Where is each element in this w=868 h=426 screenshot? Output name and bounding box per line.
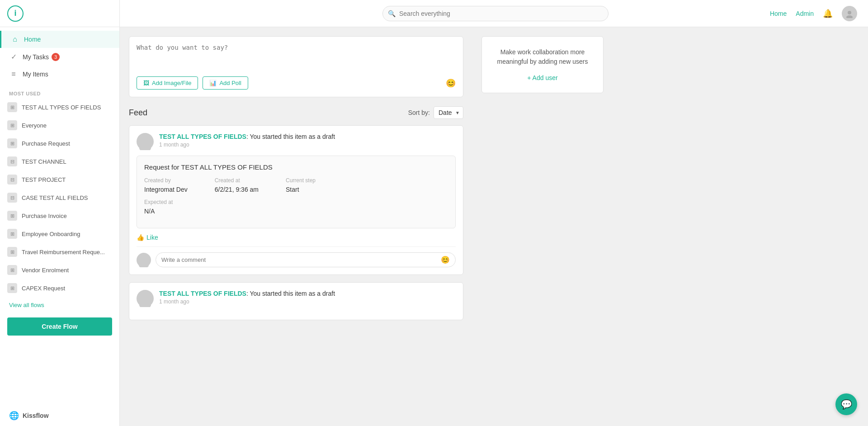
user-avatar[interactable] xyxy=(842,6,857,21)
app-logo[interactable]: i xyxy=(7,5,24,22)
admin-link[interactable]: Admin xyxy=(796,10,814,17)
feed-card-2-avatar xyxy=(137,290,154,307)
feed-card-2-time: 1 month ago xyxy=(159,298,456,305)
comment-input-1[interactable] xyxy=(161,256,441,263)
flow-item-case-test-all-fields[interactable]: ⊟ CASE TEST ALL FIELDS xyxy=(0,189,119,207)
notification-bell-icon[interactable]: 🔔 xyxy=(823,9,833,19)
sidebar: i ⌂ Home ✓ My Tasks 3 ≡ My Items MOST US… xyxy=(0,0,120,426)
feed-card-2-flow-link[interactable]: TEST ALL TYPES OF FIELDS xyxy=(159,290,246,297)
request-card-1-meta-2: Expected at N/A xyxy=(144,199,448,215)
feed-card-2-text: TEST ALL TYPES OF FIELDS: You started th… xyxy=(159,290,456,297)
current-step-label: Current step xyxy=(286,177,316,184)
view-all-flows-link[interactable]: View all flows xyxy=(0,297,119,313)
flows-list: ⊞ TEST ALL TYPES OF FIELDS ⊞ Everyone ⊞ … xyxy=(0,98,119,297)
flow-item-purchase-invoice[interactable]: ⊞ Purchase Invoice xyxy=(0,207,119,225)
flow-item-capex-request[interactable]: ⊞ CAPEX Request xyxy=(0,279,119,297)
post-buttons: 🖼 Add Image/File 📊 Add Poll xyxy=(137,76,248,90)
flow-item-vendor-enrolment[interactable]: ⊞ Vendor Enrolment xyxy=(0,261,119,279)
expected-at-value: N/A xyxy=(144,208,155,215)
kissflow-logo: 🌐 Kissflow xyxy=(0,405,119,426)
home-icon: ⌂ xyxy=(10,35,19,43)
sidebar-item-home[interactable]: ⌂ Home xyxy=(0,31,119,48)
add-image-button[interactable]: 🖼 Add Image/File xyxy=(137,76,198,90)
tasks-icon: ✓ xyxy=(9,52,18,61)
post-box: 🖼 Add Image/File 📊 Add Poll 😊 xyxy=(129,36,463,97)
svg-point-7 xyxy=(139,302,151,307)
add-poll-label: Add Poll xyxy=(219,80,241,86)
feed-card-1-avatar xyxy=(137,133,154,150)
comment-emoji-icon-1[interactable]: 😊 xyxy=(441,256,450,264)
comment-area-1: 😊 xyxy=(137,246,456,267)
svg-point-6 xyxy=(142,293,149,301)
like-button-1[interactable]: 👍 Like xyxy=(137,234,158,241)
flow-icon-everyone: ⊞ xyxy=(7,120,17,130)
add-user-text: Make work collaboration more meaningful … xyxy=(493,47,592,66)
add-user-link[interactable]: + Add user xyxy=(527,74,557,81)
feed-card-2-message: : You started this item as a draft xyxy=(246,290,335,297)
flow-label-purchase-request: Purchase Request xyxy=(22,140,70,147)
items-icon: ≡ xyxy=(9,70,18,78)
flow-icon-test-channel: ⊟ xyxy=(7,156,17,166)
sidebar-home-label: Home xyxy=(24,36,41,43)
chat-fab-button[interactable]: 💬 xyxy=(835,393,857,415)
created-at-label: Created at xyxy=(215,177,259,184)
sidebar-item-my-tasks[interactable]: ✓ My Tasks 3 xyxy=(0,48,119,66)
flow-label-everyone: Everyone xyxy=(22,122,47,129)
search-input[interactable] xyxy=(382,6,609,21)
request-card-1-meta: Created by Integromat Dev Created at 6/2… xyxy=(144,177,448,194)
flow-label-case-test-all-fields: CASE TEST ALL FIELDS xyxy=(22,194,88,201)
sidebar-top-bar: i xyxy=(0,0,119,27)
flow-icon-travel-reimbursement: ⊞ xyxy=(7,247,17,257)
request-card-1-title: Request for TEST ALL TYPES OF FIELDS xyxy=(144,163,448,171)
add-user-card: Make work collaboration more meaningful … xyxy=(481,36,604,93)
expected-at-label: Expected at xyxy=(144,199,173,205)
flow-icon-purchase-invoice: ⊞ xyxy=(7,211,17,221)
chat-icon: 💬 xyxy=(841,399,852,410)
content-area: 🖼 Add Image/File 📊 Add Poll 😊 Feed So xyxy=(120,27,868,426)
add-poll-button[interactable]: 📊 Add Poll xyxy=(203,76,248,90)
created-at-value: 6/2/21, 9:36 am xyxy=(215,186,259,193)
emoji-icon[interactable]: 😊 xyxy=(446,78,456,88)
flow-item-purchase-request[interactable]: ⊞ Purchase Request xyxy=(0,134,119,152)
feed-card-1-header: TEST ALL TYPES OF FIELDS: You started th… xyxy=(137,133,456,150)
svg-point-3 xyxy=(139,145,151,150)
svg-point-5 xyxy=(139,263,149,267)
feed-card-1-flow-link[interactable]: TEST ALL TYPES OF FIELDS xyxy=(159,133,246,140)
request-card-1: Request for TEST ALL TYPES OF FIELDS Cre… xyxy=(137,156,456,228)
flow-icon-capex-request: ⊞ xyxy=(7,283,17,293)
post-textarea[interactable] xyxy=(137,44,456,71)
create-flow-button[interactable]: Create Flow xyxy=(7,317,112,336)
flow-item-test-all-types[interactable]: ⊞ TEST ALL TYPES OF FIELDS xyxy=(0,98,119,116)
flow-item-test-channel[interactable]: ⊟ TEST CHANNEL xyxy=(0,152,119,170)
post-actions: 🖼 Add Image/File 📊 Add Poll 😊 xyxy=(137,76,456,90)
flow-item-test-project[interactable]: ⊟ TEST PROJECT xyxy=(0,170,119,189)
svg-point-0 xyxy=(848,11,851,14)
flow-icon-employee-onboarding: ⊞ xyxy=(7,229,17,239)
feed-header: Feed Sort by: Date ▼ xyxy=(129,106,463,119)
comment-avatar-1 xyxy=(137,253,151,267)
flow-label-capex-request: CAPEX Request xyxy=(22,285,65,292)
flow-label-test-all-types: TEST ALL TYPES OF FIELDS xyxy=(22,104,101,111)
flow-label-test-project: TEST PROJECT xyxy=(22,176,66,183)
svg-point-4 xyxy=(141,256,146,261)
feed-card-1-message: : You started this item as a draft xyxy=(246,133,335,140)
flow-item-travel-reimbursement[interactable]: ⊞ Travel Reimbursement Reque... xyxy=(0,243,119,261)
flow-label-employee-onboarding: Employee Onboarding xyxy=(22,231,80,237)
flow-label-vendor-enrolment: Vendor Enrolment xyxy=(22,267,69,274)
flow-icon-test-project: ⊟ xyxy=(7,175,17,185)
flow-item-employee-onboarding[interactable]: ⊞ Employee Onboarding xyxy=(0,225,119,243)
kissflow-logo-icon: 🌐 xyxy=(9,411,19,421)
most-used-section-label: MOST USED xyxy=(0,86,119,98)
feed-card-1: TEST ALL TYPES OF FIELDS: You started th… xyxy=(129,125,463,275)
header: 🔍 Home Admin 🔔 xyxy=(120,0,868,27)
feed-card-1-time: 1 month ago xyxy=(159,142,456,148)
flow-item-everyone[interactable]: ⊞ Everyone xyxy=(0,116,119,134)
home-link[interactable]: Home xyxy=(770,10,787,17)
flow-icon-purchase-request: ⊞ xyxy=(7,138,17,148)
right-panel: Make work collaboration more meaningful … xyxy=(472,27,613,426)
sort-select[interactable]: Date xyxy=(434,106,463,119)
like-label-1: Like xyxy=(146,234,158,241)
flow-label-travel-reimbursement: Travel Reimbursement Reque... xyxy=(22,249,105,256)
sidebar-item-my-items[interactable]: ≡ My Items xyxy=(0,66,119,83)
tasks-badge: 3 xyxy=(52,53,60,61)
